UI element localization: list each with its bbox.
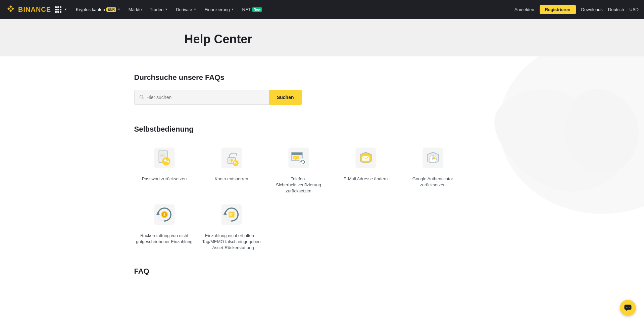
service-item-email[interactable]: E-Mail Adresse ändern bbox=[336, 144, 396, 194]
navbar-right: Anmelden Registrieren Downloads Deutsch … bbox=[514, 5, 639, 14]
traden-chevron: ▼ bbox=[165, 8, 168, 11]
selbstbedienung-title: Selbstbedienung bbox=[134, 125, 510, 134]
search-section-title: Durchsuche unsere FAQs bbox=[134, 73, 510, 82]
service-label-konto: Konto entsperren bbox=[215, 176, 248, 182]
search-input[interactable] bbox=[147, 90, 264, 104]
service-item-telefon[interactable]: Telefon-Sicherheitsverifizierung zurücks… bbox=[268, 144, 329, 194]
nav-maerkte[interactable]: Märkte bbox=[125, 0, 145, 19]
nft-new-badge: New bbox=[252, 7, 262, 12]
passwort-icon-wrap bbox=[151, 144, 178, 171]
einzahlung-icon-wrap bbox=[218, 201, 245, 228]
svg-rect-7 bbox=[160, 155, 164, 156]
svg-rect-51 bbox=[229, 215, 232, 216]
svg-point-19 bbox=[234, 161, 236, 164]
svg-text:$: $ bbox=[163, 213, 165, 217]
search-input-wrapper bbox=[134, 90, 269, 105]
logo-text: BINANCE bbox=[18, 6, 51, 13]
svg-rect-48 bbox=[229, 212, 235, 218]
register-button[interactable]: Registrieren bbox=[540, 5, 576, 14]
login-button[interactable]: Anmelden bbox=[514, 7, 534, 12]
service-label-einzahlung: Einzahlung nicht erhalten – Tag/MEMO fal… bbox=[201, 233, 262, 251]
konto-icon-wrap bbox=[218, 144, 245, 171]
search-row: Suchen bbox=[134, 90, 302, 105]
svg-rect-8 bbox=[160, 157, 165, 157]
content-inner: Durchsuche unsere FAQs Suchen Selbstbedi… bbox=[121, 56, 524, 300]
kryptos-chevron: ▼ bbox=[117, 8, 120, 11]
service-grid: Passwort zurücksetzen bbox=[134, 144, 510, 251]
service-label-email: E-Mail Adresse ändern bbox=[344, 176, 388, 182]
hero-section: Help Center bbox=[0, 19, 644, 56]
nav-traden[interactable]: Traden ▼ bbox=[147, 0, 171, 19]
service-label-telefon: Telefon-Sicherheitsverifizierung zurücks… bbox=[268, 176, 329, 194]
svg-rect-6 bbox=[160, 154, 165, 154]
finanzierung-chevron: ▼ bbox=[231, 8, 234, 11]
svg-rect-26 bbox=[293, 156, 299, 159]
svg-point-16 bbox=[230, 159, 233, 161]
service-item-konto[interactable]: Konto entsperren bbox=[201, 144, 262, 194]
nav-nft[interactable]: NFT New bbox=[239, 0, 266, 19]
svg-rect-50 bbox=[229, 214, 231, 215]
svg-rect-28 bbox=[293, 157, 296, 157]
service-item-google-auth[interactable]: Google Authenticator zurücksetzen bbox=[403, 144, 463, 194]
nav-derivate[interactable]: Derivate ▼ bbox=[172, 0, 200, 19]
derivate-chevron: ▼ bbox=[194, 8, 197, 11]
svg-point-58 bbox=[626, 307, 627, 308]
navbar: BINANCE ▼ Kryptos kaufen EUR ▼ Märkte Tr… bbox=[0, 0, 644, 19]
chat-button[interactable] bbox=[620, 300, 636, 316]
svg-rect-25 bbox=[292, 152, 302, 155]
rueckerstattung-icon-wrap: $ bbox=[151, 201, 178, 228]
svg-rect-49 bbox=[229, 213, 232, 213]
google-auth-icon-wrap bbox=[419, 144, 446, 171]
search-icon bbox=[139, 95, 144, 100]
svg-point-59 bbox=[628, 307, 628, 308]
search-button[interactable]: Suchen bbox=[269, 90, 302, 105]
logo[interactable]: BINANCE bbox=[5, 4, 51, 15]
telefon-icon-wrap bbox=[285, 144, 312, 171]
service-item-passwort[interactable]: Passwort zurücksetzen bbox=[134, 144, 195, 194]
service-label-passwort: Passwort zurücksetzen bbox=[142, 176, 187, 182]
currency-selector[interactable]: USD bbox=[630, 7, 639, 12]
apps-chevron[interactable]: ▼ bbox=[64, 8, 67, 11]
apps-grid-icon[interactable] bbox=[55, 6, 61, 13]
svg-rect-21 bbox=[236, 163, 237, 164]
eur-badge: EUR bbox=[106, 7, 116, 12]
svg-point-60 bbox=[629, 307, 630, 308]
faq-title: FAQ bbox=[134, 267, 510, 276]
main-content: Durchsuche unsere FAQs Suchen Selbstbedi… bbox=[0, 56, 644, 324]
svg-point-10 bbox=[164, 159, 167, 162]
svg-rect-17 bbox=[231, 161, 232, 163]
nav-kryptos-kaufen[interactable]: Kryptos kaufen EUR ▼ bbox=[72, 0, 124, 19]
page-title: Help Center bbox=[185, 32, 460, 46]
service-item-rueckerstattung[interactable]: $ Rückerstattung von nicht gutgeschriebe… bbox=[134, 201, 195, 251]
service-label-rueckerstattung: Rückerstattung von nicht gutgeschriebene… bbox=[134, 233, 195, 245]
svg-rect-29 bbox=[293, 158, 295, 158]
svg-rect-20 bbox=[236, 163, 237, 164]
nav-finanzierung[interactable]: Finanzierung ▼ bbox=[201, 0, 238, 19]
service-item-einzahlung[interactable]: Einzahlung nicht erhalten – Tag/MEMO fal… bbox=[201, 201, 262, 251]
service-label-google-auth: Google Authenticator zurücksetzen bbox=[403, 176, 463, 188]
downloads-link[interactable]: Downloads bbox=[581, 7, 603, 12]
email-icon-wrap bbox=[352, 144, 379, 171]
svg-rect-12 bbox=[168, 161, 169, 163]
navbar-left: BINANCE ▼ Kryptos kaufen EUR ▼ Märkte Tr… bbox=[5, 0, 514, 19]
language-selector[interactable]: Deutsch bbox=[608, 7, 624, 12]
svg-line-2 bbox=[142, 98, 144, 99]
